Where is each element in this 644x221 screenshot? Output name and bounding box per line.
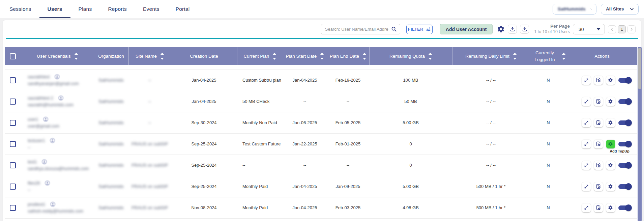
site-name-cell: FRAUS on subSIP xyxy=(128,155,171,176)
row-checkbox[interactable] xyxy=(10,162,16,168)
sort-asc-icon[interactable] xyxy=(273,53,276,55)
users-panel: FILTER Add User Account Per Page 1 to 10… xyxy=(3,20,641,221)
organization-dropdown[interactable]: SatHummids xyxy=(553,4,596,15)
user-settings-button[interactable] xyxy=(606,118,615,127)
row-checkbox[interactable] xyxy=(10,77,16,83)
column-header-remaining-quota[interactable]: Remaining Quota xyxy=(369,47,452,65)
organization-cell: SatHummids xyxy=(94,112,128,133)
user-details-button[interactable] xyxy=(594,182,603,191)
user-details-button[interactable] xyxy=(594,76,603,85)
sort-desc-icon[interactable] xyxy=(562,58,565,60)
search-icon[interactable] xyxy=(391,26,397,32)
column-header-plan-end-date[interactable]: Plan End Date xyxy=(327,47,369,65)
search-input[interactable] xyxy=(325,27,391,32)
sort-asc-icon[interactable] xyxy=(562,53,565,55)
settings-gear-button[interactable] xyxy=(497,25,505,33)
user-status-toggle[interactable] xyxy=(618,119,632,126)
tab-plans[interactable]: Plans xyxy=(70,0,100,18)
user-details-button[interactable] xyxy=(594,161,603,170)
chevron-down-icon xyxy=(630,7,634,11)
column-header-plan-start-date[interactable]: Plan Start Date xyxy=(283,47,327,65)
sort-asc-icon[interactable] xyxy=(429,53,432,55)
sort-desc-icon[interactable] xyxy=(273,58,276,60)
user-info-icon[interactable] xyxy=(50,138,55,143)
sort-asc-icon[interactable] xyxy=(513,53,517,55)
sort-asc-icon[interactable] xyxy=(363,53,366,55)
expand-user-button[interactable] xyxy=(582,118,591,127)
expand-user-button[interactable] xyxy=(582,182,591,191)
user-details-button[interactable] xyxy=(594,140,603,148)
row-checkbox[interactable] xyxy=(10,120,16,126)
column-header-currently-logged-in[interactable]: Currently Logged In xyxy=(530,47,567,65)
column-header-site-name[interactable]: Site Name xyxy=(128,47,171,65)
filter-button[interactable]: FILTER xyxy=(406,25,433,34)
sort-desc-icon[interactable] xyxy=(320,58,324,60)
user-info-icon[interactable] xyxy=(54,74,60,80)
expand-user-button[interactable] xyxy=(582,140,591,148)
sort-desc-icon[interactable] xyxy=(513,58,517,60)
scrollbar-thumb[interactable] xyxy=(638,48,641,89)
toggle-knob xyxy=(625,119,632,126)
user-status-toggle[interactable] xyxy=(618,204,632,211)
user-info-icon[interactable] xyxy=(45,180,50,186)
vertical-scrollbar[interactable] xyxy=(638,47,642,221)
sort-desc-icon[interactable] xyxy=(429,58,432,60)
caret-down-icon xyxy=(596,28,601,30)
select-all-checkbox[interactable] xyxy=(10,53,16,59)
user-settings-button[interactable] xyxy=(606,97,615,106)
tab-events[interactable]: Events xyxy=(135,0,168,18)
expand-user-button[interactable] xyxy=(582,97,591,106)
tab-sessions[interactable]: Sessions xyxy=(1,0,39,18)
sort-asc-icon[interactable] xyxy=(160,53,164,55)
user-details-button[interactable] xyxy=(594,97,603,106)
plan-start-date-cell: -- xyxy=(283,91,327,112)
row-checkbox[interactable] xyxy=(10,141,16,147)
user-status-toggle[interactable] xyxy=(618,183,632,190)
column-header-current-plan[interactable]: Current Plan xyxy=(237,47,283,65)
upload-button[interactable] xyxy=(508,25,517,34)
download-button[interactable] xyxy=(520,25,529,34)
user-settings-button[interactable] xyxy=(606,203,615,212)
tab-users[interactable]: Users xyxy=(39,0,70,18)
user-settings-button[interactable]: Add TopUp xyxy=(606,140,615,148)
row-checkbox[interactable] xyxy=(10,205,16,211)
prev-page-button[interactable] xyxy=(608,25,616,33)
user-name: files28 xyxy=(28,180,40,187)
current-page-button[interactable]: 1 xyxy=(618,25,626,33)
all-sites-dropdown[interactable]: All Sites xyxy=(601,4,639,15)
user-status-toggle[interactable] xyxy=(618,98,632,105)
user-details-button[interactable] xyxy=(594,118,603,127)
gear-icon xyxy=(608,99,613,104)
remaining-quota-cell: 100 MB xyxy=(369,70,452,91)
per-page-select[interactable]: 30 xyxy=(573,24,605,34)
tab-portal[interactable]: Portal xyxy=(168,0,198,18)
next-page-button[interactable] xyxy=(627,25,636,33)
tab-reports[interactable]: Reports xyxy=(100,0,135,18)
user-info-icon[interactable] xyxy=(50,201,56,207)
user-settings-button[interactable] xyxy=(606,161,615,170)
sort-desc-icon[interactable] xyxy=(75,58,78,60)
creation-date-cell: Sep-25-2024 xyxy=(171,176,237,197)
user-credentials-cell: files28-- xyxy=(21,176,94,197)
column-header-user-credentials[interactable]: User Credentials xyxy=(21,47,94,65)
sort-asc-icon[interactable] xyxy=(320,53,324,55)
user-status-toggle[interactable] xyxy=(618,77,632,84)
user-info-icon[interactable] xyxy=(43,116,49,122)
user-info-icon[interactable] xyxy=(41,159,47,165)
user-status-toggle[interactable] xyxy=(618,141,632,147)
sort-desc-icon[interactable] xyxy=(160,58,164,60)
sort-asc-icon[interactable] xyxy=(75,53,78,55)
user-settings-button[interactable] xyxy=(606,182,615,191)
user-info-icon[interactable] xyxy=(58,95,64,101)
expand-user-button[interactable] xyxy=(582,203,591,212)
sort-desc-icon[interactable] xyxy=(363,58,366,60)
user-details-button[interactable] xyxy=(594,203,603,212)
column-header-remaining-daily-limit[interactable]: Remaining Daily Limit xyxy=(452,47,530,65)
add-user-account-button[interactable]: Add User Account xyxy=(440,24,493,34)
expand-user-button[interactable] xyxy=(582,161,591,170)
user-settings-button[interactable] xyxy=(606,76,615,85)
user-status-toggle[interactable] xyxy=(618,162,632,169)
row-checkbox[interactable] xyxy=(10,99,16,105)
row-checkbox[interactable] xyxy=(10,184,16,190)
expand-user-button[interactable] xyxy=(582,76,591,85)
